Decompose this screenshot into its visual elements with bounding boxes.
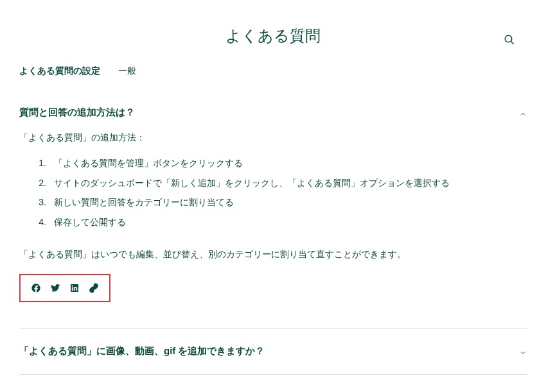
list-item: 4.保存して公開する	[37, 215, 527, 229]
list-item: 2.サイトのダッシュボードで「新しく追加」をクリックし、「よくある質問」オプショ…	[37, 176, 527, 190]
page-title: よくある質問	[19, 26, 527, 46]
twitter-icon[interactable]	[50, 283, 60, 293]
list-item: 1.「よくある質問を管理」ボタンをクリックする	[37, 156, 527, 170]
svg-point-0	[505, 35, 512, 42]
tab-settings[interactable]: よくある質問の設定	[19, 65, 100, 80]
list-item: 3.新しい質問と回答をカテゴリーに割り当てる	[37, 195, 527, 209]
faq-answer-1-outro: 「よくある質問」はいつでも編集、並び替え、別のカテゴリーに割り当て直すことができ…	[19, 247, 527, 261]
faq-question-1-text: 質問と回答の追加方法は？	[19, 107, 135, 119]
search-icon[interactable]	[504, 34, 515, 46]
category-tabs: よくある質問の設定 一般	[19, 65, 527, 80]
faq-page: よくある質問 よくある質問の設定 一般 質問と回答の追加方法は？ 「よくある質問…	[0, 0, 546, 392]
tab-general[interactable]: 一般	[118, 65, 136, 80]
faq-question-3[interactable]: 「よくある質問」のタイトルの編集、または削除方法は？	[19, 375, 527, 392]
link-icon[interactable]	[89, 283, 99, 293]
chevron-up-icon	[519, 109, 527, 117]
chevron-down-icon	[519, 348, 527, 355]
svg-line-1	[511, 41, 514, 44]
social-share-row	[19, 274, 110, 302]
faq-question-2-text: 「よくある質問」に画像、動画、gif を追加できますか？	[19, 345, 265, 357]
faq-item-1: 質問と回答の追加方法は？ 「よくある質問」の追加方法： 1.「よくある質問を管理…	[19, 98, 527, 328]
faq-answer-1-steps: 1.「よくある質問を管理」ボタンをクリックする 2.サイトのダッシュボードで「新…	[19, 156, 527, 229]
faq-question-1[interactable]: 質問と回答の追加方法は？	[19, 98, 527, 128]
faq-answer-1: 「よくある質問」の追加方法： 1.「よくある質問を管理」ボタンをクリックする 2…	[19, 128, 527, 323]
faq-answer-1-intro: 「よくある質問」の追加方法：	[19, 130, 527, 144]
faq-question-2[interactable]: 「よくある質問」に画像、動画、gif を追加できますか？	[19, 328, 527, 375]
facebook-icon[interactable]	[31, 283, 41, 293]
linkedin-icon[interactable]	[69, 283, 80, 293]
